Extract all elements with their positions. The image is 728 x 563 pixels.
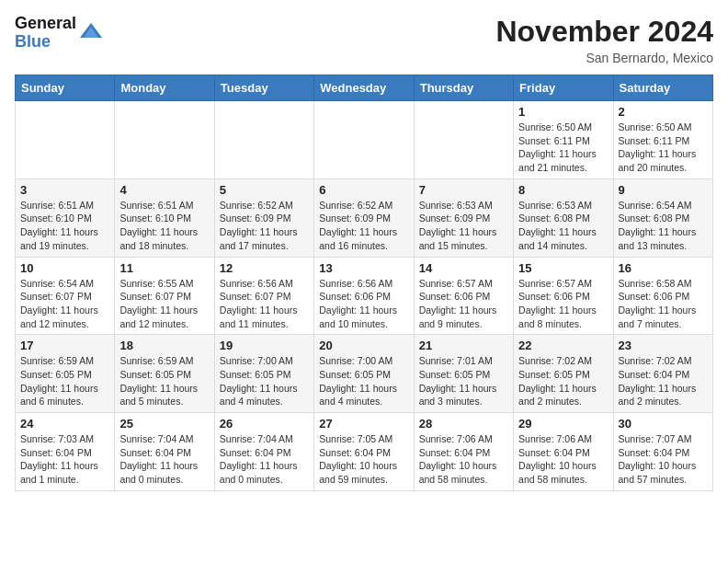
day-number: 11 — [119, 261, 209, 275]
calendar-week-row: 3Sunrise: 6:51 AMSunset: 6:10 PMDaylight… — [16, 178, 713, 257]
day-info: Sunrise: 6:56 AMSunset: 6:06 PMDaylight:… — [319, 277, 408, 331]
day-number: 3 — [20, 183, 109, 197]
calendar-cell: 14Sunrise: 6:57 AMSunset: 6:06 PMDayligh… — [414, 257, 513, 335]
page: GeneralBlue November 2024 San Bernardo, … — [0, 0, 728, 506]
day-number: 4 — [119, 183, 209, 197]
day-number: 17 — [20, 339, 109, 352]
calendar-cell — [16, 101, 115, 179]
day-number: 9 — [619, 183, 708, 197]
calendar-cell: 2Sunrise: 6:50 AMSunset: 6:11 PMDaylight… — [613, 101, 712, 179]
day-info: Sunrise: 6:59 AMSunset: 6:05 PMDaylight:… — [119, 354, 209, 408]
day-number: 29 — [518, 417, 608, 431]
day-info: Sunrise: 6:54 AMSunset: 6:08 PMDaylight:… — [619, 199, 708, 253]
day-info: Sunrise: 6:57 AMSunset: 6:06 PMDaylight:… — [518, 277, 608, 331]
day-info: Sunrise: 6:53 AMSunset: 6:09 PMDaylight:… — [419, 199, 508, 253]
calendar-cell: 23Sunrise: 7:02 AMSunset: 6:04 PMDayligh… — [613, 335, 712, 413]
day-number: 16 — [619, 261, 708, 275]
day-number: 8 — [518, 183, 608, 197]
day-info: Sunrise: 6:55 AMSunset: 6:07 PMDaylight:… — [119, 277, 209, 331]
title-section: November 2024 San Bernardo, Mexico — [495, 15, 713, 65]
day-info: Sunrise: 6:50 AMSunset: 6:11 PMDaylight:… — [518, 121, 608, 175]
calendar-cell: 15Sunrise: 6:57 AMSunset: 6:06 PMDayligh… — [514, 257, 613, 335]
day-info: Sunrise: 7:06 AMSunset: 6:04 PMDaylight:… — [518, 432, 608, 487]
calendar-cell: 30Sunrise: 7:07 AMSunset: 6:04 PMDayligh… — [613, 413, 712, 491]
day-number: 28 — [419, 417, 508, 431]
day-info: Sunrise: 6:51 AMSunset: 6:10 PMDaylight:… — [20, 199, 109, 253]
calendar-cell: 27Sunrise: 7:05 AMSunset: 6:04 PMDayligh… — [314, 413, 414, 491]
day-info: Sunrise: 7:07 AMSunset: 6:04 PMDaylight:… — [619, 432, 708, 487]
location: San Bernardo, Mexico — [495, 51, 713, 65]
day-number: 23 — [619, 339, 708, 352]
calendar-cell: 18Sunrise: 6:59 AMSunset: 6:05 PMDayligh… — [115, 335, 214, 413]
calendar-cell — [414, 101, 513, 179]
calendar-cell: 26Sunrise: 7:04 AMSunset: 6:04 PMDayligh… — [214, 413, 313, 491]
calendar-cell: 11Sunrise: 6:55 AMSunset: 6:07 PMDayligh… — [115, 257, 214, 335]
calendar-cell: 25Sunrise: 7:04 AMSunset: 6:04 PMDayligh… — [115, 413, 214, 491]
calendar-cell: 1Sunrise: 6:50 AMSunset: 6:11 PMDaylight… — [514, 101, 613, 179]
day-number: 1 — [518, 105, 608, 119]
day-number: 24 — [20, 417, 109, 431]
day-number: 19 — [220, 339, 309, 352]
day-number: 5 — [220, 183, 309, 197]
day-info: Sunrise: 6:54 AMSunset: 6:07 PMDaylight:… — [20, 277, 109, 331]
weekday-header: Thursday — [414, 75, 513, 101]
day-info: Sunrise: 7:03 AMSunset: 6:04 PMDaylight:… — [20, 432, 109, 487]
day-number: 27 — [319, 417, 408, 431]
day-number: 25 — [119, 417, 209, 431]
calendar-cell — [214, 101, 313, 179]
day-number: 15 — [518, 261, 608, 275]
weekday-header: Friday — [514, 75, 613, 101]
day-info: Sunrise: 6:56 AMSunset: 6:07 PMDaylight:… — [220, 277, 309, 331]
day-number: 2 — [619, 105, 708, 119]
weekday-header: Saturday — [613, 75, 712, 101]
weekday-header: Monday — [115, 75, 214, 101]
day-number: 7 — [419, 183, 508, 197]
calendar-cell — [115, 101, 214, 179]
day-info: Sunrise: 7:02 AMSunset: 6:05 PMDaylight:… — [518, 354, 608, 408]
calendar-header-row: SundayMondayTuesdayWednesdayThursdayFrid… — [16, 75, 713, 101]
day-number: 18 — [119, 339, 209, 352]
day-number: 22 — [518, 339, 608, 352]
calendar-cell: 17Sunrise: 6:59 AMSunset: 6:05 PMDayligh… — [16, 335, 115, 413]
day-info: Sunrise: 6:52 AMSunset: 6:09 PMDaylight:… — [220, 199, 309, 253]
calendar-cell — [314, 101, 414, 179]
calendar-cell: 10Sunrise: 6:54 AMSunset: 6:07 PMDayligh… — [16, 257, 115, 335]
day-number: 20 — [319, 339, 408, 352]
header: GeneralBlue November 2024 San Bernardo, … — [15, 15, 713, 65]
calendar-week-row: 17Sunrise: 6:59 AMSunset: 6:05 PMDayligh… — [16, 335, 713, 413]
calendar-cell: 16Sunrise: 6:58 AMSunset: 6:06 PMDayligh… — [613, 257, 712, 335]
day-info: Sunrise: 7:04 AMSunset: 6:04 PMDaylight:… — [220, 432, 309, 487]
logo-icon — [78, 19, 104, 45]
day-number: 30 — [619, 417, 708, 431]
calendar-table: SundayMondayTuesdayWednesdayThursdayFrid… — [15, 75, 713, 491]
day-number: 13 — [319, 261, 408, 275]
day-number: 21 — [419, 339, 508, 352]
day-number: 12 — [220, 261, 309, 275]
calendar-cell: 6Sunrise: 6:52 AMSunset: 6:09 PMDaylight… — [314, 178, 414, 257]
day-info: Sunrise: 7:06 AMSunset: 6:04 PMDaylight:… — [419, 432, 508, 487]
day-info: Sunrise: 7:00 AMSunset: 6:05 PMDaylight:… — [220, 354, 309, 408]
calendar-cell: 9Sunrise: 6:54 AMSunset: 6:08 PMDaylight… — [613, 178, 712, 257]
day-number: 6 — [319, 183, 408, 197]
month-title: November 2024 — [495, 15, 713, 49]
calendar-week-row: 10Sunrise: 6:54 AMSunset: 6:07 PMDayligh… — [16, 257, 713, 335]
weekday-header: Tuesday — [214, 75, 313, 101]
calendar-cell: 22Sunrise: 7:02 AMSunset: 6:05 PMDayligh… — [514, 335, 613, 413]
calendar-cell: 7Sunrise: 6:53 AMSunset: 6:09 PMDaylight… — [414, 178, 513, 257]
day-info: Sunrise: 7:02 AMSunset: 6:04 PMDaylight:… — [619, 354, 708, 408]
day-info: Sunrise: 6:59 AMSunset: 6:05 PMDaylight:… — [20, 354, 109, 408]
day-info: Sunrise: 6:57 AMSunset: 6:06 PMDaylight:… — [419, 277, 508, 331]
calendar-cell: 29Sunrise: 7:06 AMSunset: 6:04 PMDayligh… — [514, 413, 613, 491]
day-info: Sunrise: 7:01 AMSunset: 6:05 PMDaylight:… — [419, 354, 508, 408]
calendar-cell: 21Sunrise: 7:01 AMSunset: 6:05 PMDayligh… — [414, 335, 513, 413]
day-info: Sunrise: 6:58 AMSunset: 6:06 PMDaylight:… — [619, 277, 708, 331]
day-info: Sunrise: 6:52 AMSunset: 6:09 PMDaylight:… — [319, 199, 408, 253]
day-info: Sunrise: 7:05 AMSunset: 6:04 PMDaylight:… — [319, 432, 408, 487]
calendar-cell: 28Sunrise: 7:06 AMSunset: 6:04 PMDayligh… — [414, 413, 513, 491]
calendar-cell: 12Sunrise: 6:56 AMSunset: 6:07 PMDayligh… — [214, 257, 313, 335]
day-info: Sunrise: 6:51 AMSunset: 6:10 PMDaylight:… — [119, 199, 209, 253]
weekday-header: Sunday — [16, 75, 115, 101]
weekday-header: Wednesday — [314, 75, 414, 101]
day-number: 10 — [20, 261, 109, 275]
calendar-cell: 19Sunrise: 7:00 AMSunset: 6:05 PMDayligh… — [214, 335, 313, 413]
